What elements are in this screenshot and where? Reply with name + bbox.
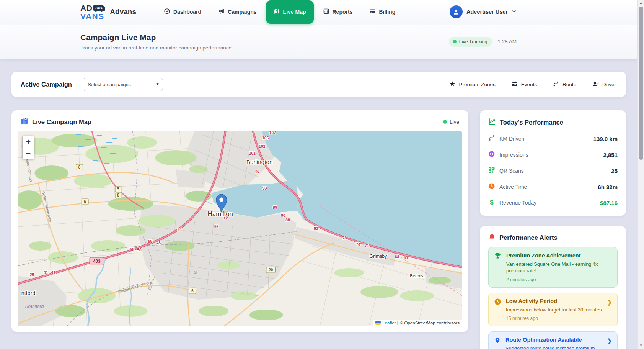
svg-text:6: 6 (191, 289, 194, 293)
map-icon (274, 8, 280, 16)
current-time: 1:28 AM (497, 39, 517, 44)
svg-text:5: 5 (117, 187, 119, 191)
nav-item-reports[interactable]: Reports (315, 0, 360, 24)
page-title: Campaign Live Map (80, 33, 232, 42)
events-button[interactable]: Events (512, 81, 537, 88)
logo-vans-text: VANS (80, 12, 105, 20)
svg-text:50: 50 (137, 248, 142, 252)
gauge-icon (164, 8, 170, 16)
megaphone-icon (218, 8, 225, 16)
svg-text:8: 8 (78, 165, 81, 169)
attribution-divider: | (397, 321, 398, 325)
chevron-right-icon: ❯ (607, 338, 612, 344)
svg-text:102: 102 (259, 144, 265, 149)
basemap-svg: 107 105 102 101 97 93 89 90 88 83 78 74 … (18, 131, 462, 326)
svg-text:71: 71 (365, 244, 369, 248)
osm-attribution[interactable]: © OpenStreetMap contributors (400, 321, 460, 325)
svg-text:97: 97 (255, 170, 260, 174)
svg-text:41: 41 (51, 270, 56, 275)
zoom-in-button[interactable]: + (23, 136, 34, 147)
svg-text:93: 93 (262, 186, 267, 190)
chart-line-icon (488, 118, 496, 127)
campaign-select[interactable]: Select a campaign... (83, 78, 163, 91)
svg-text:Burlington: Burlington (246, 159, 273, 165)
scrollbar-thumb[interactable] (639, 7, 643, 160)
qr-code-icon (488, 167, 495, 175)
action-label: Premium Zones (459, 82, 495, 87)
svg-text:64: 64 (403, 256, 408, 260)
clock-icon (494, 298, 501, 307)
page-header: Campaign Live Map Track your ad van in r… (0, 24, 644, 59)
alert-route-optimization[interactable]: Route Optimization Available Suggested r… (488, 331, 618, 349)
logo-van-icon: ADS (93, 5, 105, 11)
zoom-out-button[interactable]: − (23, 147, 34, 159)
map-card-title: Live Campaign Map (32, 118, 91, 126)
svg-text:Grimsby: Grimsby (370, 254, 388, 259)
svg-text:69: 69 (214, 224, 219, 229)
svg-text:78: 78 (342, 236, 347, 240)
page-subtitle: Track your ad van in real-time and monit… (80, 45, 232, 51)
svg-text:Brantford: Brantford (25, 304, 44, 309)
svg-text:101: 101 (249, 151, 256, 156)
map-attribution: Leaflet | © OpenStreetMap contributors (373, 320, 462, 326)
clock-icon (488, 183, 495, 191)
nav-label: Dashboard (173, 9, 201, 15)
leaflet-map[interactable]: 107 105 102 101 97 93 89 90 88 83 78 74 … (18, 131, 462, 326)
nav-item-live-map[interactable]: Live Map (266, 0, 314, 24)
route-button[interactable]: Route (553, 81, 576, 88)
eye-icon (488, 151, 495, 159)
premium-zones-button[interactable]: Premium Zones (449, 81, 495, 88)
driver-button[interactable]: Driver (592, 81, 616, 88)
action-label: Events (521, 82, 537, 87)
main-content: Active Campaign Select a campaign... ▾ P… (0, 59, 644, 349)
svg-text:403: 403 (93, 259, 101, 264)
svg-text:64: 64 (178, 228, 182, 232)
map-pin-fold-icon (21, 117, 28, 126)
svg-text:90: 90 (281, 213, 285, 218)
active-campaign-bar: Active Campaign Select a campaign... ▾ P… (11, 72, 626, 97)
user-avatar (450, 5, 463, 18)
live-campaign-map-card: Live Campaign Map Live (11, 110, 468, 332)
advans-logo: AD ADS VANS (80, 4, 105, 20)
action-label: Driver (602, 82, 616, 87)
nav-item-campaigns[interactable]: Campaigns (210, 0, 264, 24)
nav-item-billing[interactable]: Billing (362, 0, 403, 24)
star-icon (449, 81, 455, 88)
route-icon (553, 81, 559, 88)
stat-impressions: Impressions 2,851 (488, 147, 618, 163)
svg-text:38: 38 (30, 272, 34, 277)
stat-qr-scans: QR Scans 25 (488, 163, 618, 179)
brand-name: Advans (110, 8, 136, 16)
logo-ads-text: ADS (95, 6, 103, 10)
svg-text:20: 20 (269, 268, 273, 272)
svg-text:83: 83 (314, 226, 318, 231)
scroll-up-button[interactable]: ▲ (638, 0, 644, 6)
stat-km-driven: KM Driven 139.0 km (488, 131, 618, 147)
main-nav: Dashboard Campaigns Live Map Reports Bil… (156, 0, 403, 24)
nav-label: Reports (333, 9, 353, 15)
map-live-label: Live (450, 119, 459, 125)
leaflet-link[interactable]: Leaflet (382, 321, 396, 325)
nav-label: Live Map (283, 9, 306, 15)
campaign-actions: Premium Zones Events Route Driver (449, 81, 616, 88)
user-menu[interactable]: Advertiser User (450, 5, 517, 18)
alert-low-activity[interactable]: Low Activity Period Impressions below ta… (488, 293, 618, 326)
active-campaign-label: Active Campaign (21, 81, 72, 88)
alerts-title: Performance Alerts (499, 234, 558, 241)
svg-text:107: 107 (269, 131, 276, 135)
svg-text:58: 58 (148, 239, 153, 244)
svg-text:41: 41 (44, 270, 48, 275)
svg-text:8: 8 (117, 193, 119, 197)
chevron-down-icon (512, 8, 517, 15)
trophy-icon (494, 252, 502, 262)
nav-item-dashboard[interactable]: Dashboard (156, 0, 209, 24)
user-name: Advertiser User (466, 9, 508, 15)
alert-premium-zone[interactable]: Premium Zone Achievement Van entered Squ… (488, 247, 618, 288)
nav-label: Billing (379, 9, 395, 15)
svg-text:Hamilton: Hamilton (208, 210, 233, 218)
svg-text:5: 5 (84, 200, 86, 204)
chevron-right-icon: ❯ (607, 299, 612, 306)
scroll-down-button[interactable]: ▼ (638, 342, 644, 348)
svg-text:55: 55 (130, 247, 134, 252)
dollar-icon: $ (488, 199, 495, 206)
